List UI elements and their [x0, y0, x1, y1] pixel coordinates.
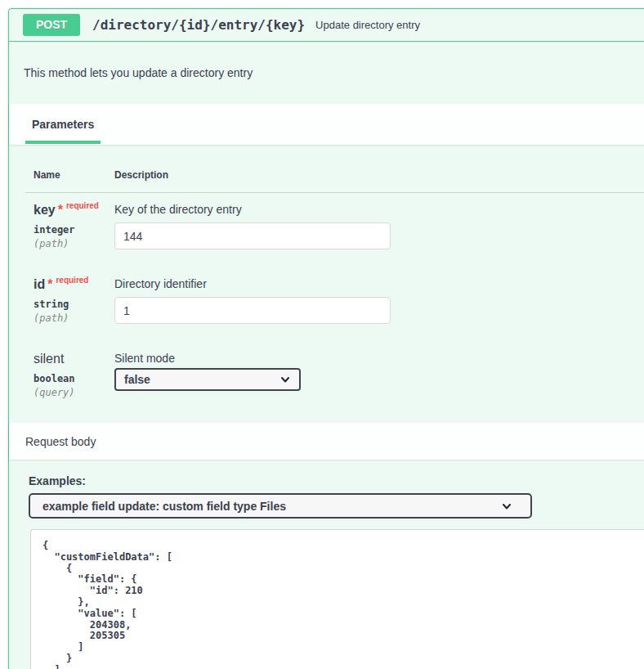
example-code-block: { "customFieldData": [ { "field": { "id"…: [30, 529, 644, 669]
param-row-key: key*required integer (path) Key of the d…: [25, 193, 644, 267]
param-name: silent: [34, 352, 114, 366]
param-row-silent: silent boolean (query) Silent mode false: [25, 342, 644, 423]
column-header-description: Description: [114, 169, 644, 181]
param-type: integer: [34, 224, 114, 236]
param-name-cell: id*required string (path): [34, 277, 114, 324]
operation-panel: POST /directory/{id}/entry/{key} Update …: [8, 8, 644, 669]
param-in: (path): [34, 312, 114, 324]
column-header-name: Name: [34, 169, 114, 181]
operation-description: This method lets you update a directory …: [9, 42, 644, 104]
parameters-table: Name Description key*required integer (p…: [25, 145, 644, 423]
parameters-section-header: Parameters: [9, 104, 644, 145]
param-description: Silent mode: [114, 352, 644, 365]
param-description: Directory identifier: [114, 277, 644, 290]
param-description: Key of the directory entry: [114, 203, 644, 216]
param-name: key*required: [34, 203, 114, 218]
required-star: *: [58, 203, 63, 217]
examples-select[interactable]: example field update: custom field type …: [29, 493, 532, 519]
param-id-input[interactable]: [114, 297, 391, 324]
examples-label: Examples:: [29, 474, 644, 487]
request-body-section-header: Request body: [9, 423, 644, 460]
param-in: (query): [34, 387, 114, 398]
parameters-table-head: Name Description: [25, 145, 644, 193]
param-name: id*required: [34, 277, 114, 292]
param-row-id: id*required string (path) Directory iden…: [25, 267, 644, 342]
param-name-cell: silent boolean (query): [34, 352, 114, 398]
tab-parameters[interactable]: Parameters: [25, 105, 101, 144]
required-label: required: [66, 201, 99, 210]
endpoint-summary: Update directory entry: [315, 19, 420, 31]
param-desc-cell: Silent mode false: [114, 352, 644, 398]
required-label: required: [56, 276, 88, 285]
param-type: string: [34, 299, 114, 310]
param-silent-select[interactable]: false: [114, 368, 301, 391]
param-in: (path): [34, 238, 114, 249]
request-body-label: Request body: [25, 435, 96, 448]
param-name-cell: key*required integer (path): [34, 203, 114, 249]
param-desc-cell: Directory identifier: [114, 277, 644, 324]
param-key-input[interactable]: [114, 222, 391, 249]
examples-section: Examples: example field update: custom f…: [9, 460, 644, 519]
required-star: *: [47, 277, 52, 291]
param-desc-cell: Key of the directory entry: [114, 203, 644, 249]
endpoint-path: /directory/{id}/entry/{key}: [92, 17, 305, 33]
param-type: boolean: [34, 373, 114, 384]
example-json: { "customFieldData": [ { "field": { "id"…: [42, 541, 644, 669]
operation-summary[interactable]: POST /directory/{id}/entry/{key} Update …: [9, 9, 644, 42]
method-badge: POST: [23, 14, 80, 36]
